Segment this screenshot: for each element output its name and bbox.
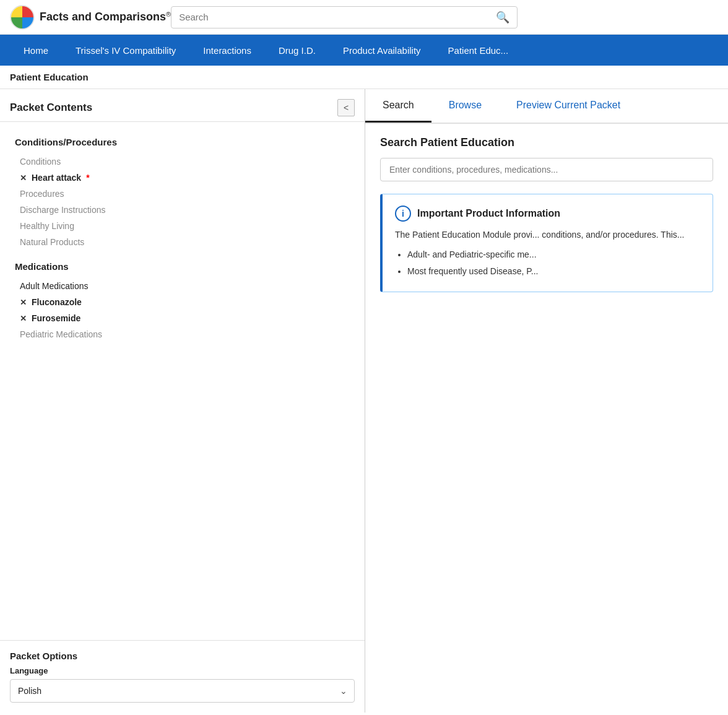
info-box-bullets: Adult- and Pediatric-specific me... Most… bbox=[395, 248, 700, 278]
sidebar-title: Packet Contents bbox=[10, 102, 92, 114]
sidebar-item-natural-products[interactable]: Natural Products bbox=[15, 234, 355, 250]
remove-fluconazole-button[interactable]: ✕ bbox=[20, 298, 27, 307]
language-label: Language bbox=[10, 666, 355, 675]
logo-area: Facts and Comparisons® bbox=[10, 5, 171, 30]
language-select[interactable]: English Spanish Polish French German bbox=[10, 679, 355, 703]
language-select-wrapper: English Spanish Polish French German ⌄ bbox=[10, 679, 355, 703]
section-heading-medications: Medications bbox=[15, 261, 355, 272]
sidebar-header: Packet Contents < bbox=[0, 89, 365, 122]
logo-reg: ® bbox=[166, 11, 171, 18]
nav-bar: Home Trissel's IV Compatibility Interact… bbox=[0, 35, 728, 66]
info-box-bullet-1: Adult- and Pediatric-specific me... bbox=[407, 248, 700, 261]
info-box-text: The Patient Education Module provi... co… bbox=[395, 228, 700, 241]
main-layout: Packet Contents < Conditions/Procedures … bbox=[0, 89, 728, 713]
tab-search[interactable]: Search bbox=[365, 89, 431, 123]
sidebar-active-item-furosemide: ✕ Furosemide bbox=[15, 310, 355, 326]
info-box-bullet-2: Most frequently used Disease, P... bbox=[407, 264, 700, 278]
fluconazole-label: Fluconazole bbox=[32, 297, 82, 307]
sidebar-active-item-fluconazole: ✕ Fluconazole bbox=[15, 294, 355, 310]
nav-item-product-availability[interactable]: Product Availability bbox=[329, 35, 435, 66]
tabs-row: Search Browse Preview Current Packet bbox=[365, 89, 728, 124]
sidebar-active-item-heart-attack: ✕ Heart attack * bbox=[15, 170, 355, 186]
logo-icon bbox=[10, 5, 35, 30]
section-heading-conditions: Conditions/Procedures bbox=[15, 137, 355, 147]
nav-item-trissels[interactable]: Trissel's IV Compatibility bbox=[62, 35, 189, 66]
info-icon: i bbox=[395, 206, 411, 222]
sidebar: Packet Contents < Conditions/Procedures … bbox=[0, 89, 365, 713]
top-header: Facts and Comparisons® 🔍 bbox=[0, 0, 728, 35]
search-icon: 🔍 bbox=[496, 11, 509, 24]
info-box-title: Important Product Information bbox=[417, 208, 560, 219]
right-panel: Search Browse Preview Current Packet Sea… bbox=[365, 89, 728, 713]
logo-text: Facts and Comparisons® bbox=[40, 11, 171, 24]
chevron-left-icon: < bbox=[344, 103, 349, 113]
sidebar-item-discharge[interactable]: Discharge Instructions bbox=[15, 202, 355, 218]
global-search-input[interactable] bbox=[179, 12, 491, 22]
nav-item-drug-id[interactable]: Drug I.D. bbox=[265, 35, 329, 66]
sidebar-item-healthy-living[interactable]: Healthy Living bbox=[15, 218, 355, 234]
search-panel-title: Search Patient Education bbox=[380, 136, 713, 149]
packet-options-section: Packet Options Language English Spanish … bbox=[0, 640, 365, 713]
remove-furosemide-button[interactable]: ✕ bbox=[20, 314, 27, 323]
info-box-body: The Patient Education Module provi... co… bbox=[395, 228, 700, 278]
nav-item-interactions[interactable]: Interactions bbox=[189, 35, 265, 66]
packet-options-title: Packet Options bbox=[10, 651, 355, 661]
search-panel: Search Patient Education i Important Pro… bbox=[365, 124, 728, 713]
patient-education-search-input[interactable] bbox=[380, 158, 713, 181]
sidebar-scrollable-content[interactable]: Conditions/Procedures Conditions ✕ Heart… bbox=[0, 122, 365, 640]
sidebar-item-conditions[interactable]: Conditions bbox=[15, 154, 355, 170]
info-box: i Important Product Information The Pati… bbox=[380, 194, 713, 292]
heart-attack-label: Heart attack bbox=[32, 173, 81, 183]
tab-browse[interactable]: Browse bbox=[431, 89, 499, 123]
sidebar-item-procedures[interactable]: Procedures bbox=[15, 186, 355, 202]
global-search-bar[interactable]: 🔍 bbox=[171, 6, 518, 28]
furosemide-label: Furosemide bbox=[32, 313, 80, 323]
sidebar-item-adult-medications[interactable]: Adult Medications bbox=[15, 278, 355, 294]
info-box-header: i Important Product Information bbox=[395, 206, 700, 222]
nav-item-patient-educ[interactable]: Patient Educ... bbox=[435, 35, 522, 66]
remove-heart-attack-button[interactable]: ✕ bbox=[20, 173, 27, 183]
sidebar-item-pediatric-medications[interactable]: Pediatric Medications bbox=[15, 326, 355, 342]
collapse-sidebar-button[interactable]: < bbox=[337, 99, 355, 116]
required-asterisk: * bbox=[86, 173, 89, 183]
tab-preview[interactable]: Preview Current Packet bbox=[499, 89, 638, 123]
nav-item-home[interactable]: Home bbox=[10, 35, 62, 66]
breadcrumb: Patient Education bbox=[0, 66, 728, 89]
